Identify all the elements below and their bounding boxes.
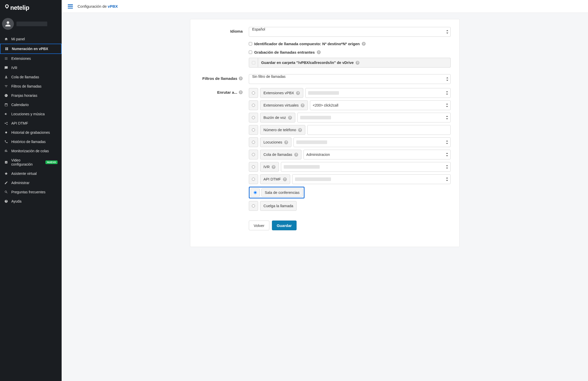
help-icon[interactable]: ? — [239, 90, 243, 94]
checkbox-input — [252, 61, 255, 64]
nav-api-dtmf[interactable]: API DTMF — [0, 119, 62, 128]
help-icon[interactable]: ? — [298, 128, 302, 132]
nav-ayuda[interactable]: Ayuda — [0, 197, 62, 206]
route-select-buzon[interactable] — [297, 113, 451, 122]
nav-monitorizacion-colas[interactable]: Monitorización de colas — [0, 146, 62, 156]
route-label: Sala de conferencias — [261, 188, 303, 197]
label-enrutar: Enrutar a...? — [199, 88, 243, 94]
nav-video-configuracion[interactable]: Video configuraciónNUEVO — [0, 156, 62, 169]
help-icon[interactable]: ? — [283, 177, 287, 181]
nav-locuciones-musica[interactable]: Locuciones y música — [0, 109, 62, 119]
route-radio[interactable] — [252, 204, 255, 207]
route-radio[interactable] — [252, 153, 255, 156]
idioma-select[interactable]: Español — [249, 27, 451, 37]
username-placeholder — [16, 22, 47, 26]
filtros-select[interactable]: Sin filtro de llamadas — [249, 74, 451, 84]
route-value: <200> click2call — [313, 103, 338, 107]
nav-label: Administrar — [11, 181, 30, 185]
chevron-updown-icon — [446, 116, 448, 119]
volume-icon — [4, 112, 8, 116]
list-icon — [4, 56, 8, 61]
route-select-ext-vpbx[interactable] — [305, 88, 451, 98]
route-select-cola[interactable]: Administracion — [304, 150, 451, 159]
route-label: Cola de llamadas? — [260, 150, 301, 159]
chevron-updown-icon — [446, 165, 448, 169]
help-icon[interactable]: ? — [317, 50, 321, 54]
route-radio[interactable] — [252, 178, 255, 181]
nav-label: Histórico de llamadas — [11, 140, 46, 144]
help-icon[interactable]: ? — [239, 77, 243, 80]
nav-administrar[interactable]: Administrar — [0, 178, 62, 187]
route-radio[interactable] — [252, 141, 255, 144]
sidebar: netelip Mi panel Numeración en vPBX Exte… — [0, 0, 62, 381]
brand-logo: netelip — [0, 0, 62, 14]
route-select-ivr[interactable] — [281, 162, 451, 172]
phone-icon — [4, 140, 8, 144]
route-sala-conferencias-highlighted: Sala de conferencias — [249, 187, 305, 198]
volver-button[interactable]: Volver — [249, 221, 269, 230]
route-radio[interactable] — [252, 116, 255, 119]
nav-label: Cola de llamadas — [11, 75, 39, 79]
help-icon[interactable]: ? — [301, 103, 305, 107]
checkbox-input[interactable] — [249, 51, 252, 54]
route-select-ext-virtuales[interactable]: <200> click2call — [310, 100, 451, 110]
route-radio[interactable] — [252, 165, 255, 168]
checkbox-input[interactable] — [249, 42, 252, 45]
route-select-locuciones[interactable] — [293, 137, 451, 147]
route-radio[interactable] — [254, 191, 257, 194]
nav-asistente-virtual[interactable]: Asistente virtual — [0, 169, 62, 178]
nav-ivr[interactable]: IVR — [0, 63, 62, 72]
route-ext-vpbx: Extensiones vPBX? — [249, 88, 451, 98]
route-radio[interactable] — [252, 91, 255, 94]
label-idioma: Idioma — [199, 27, 243, 33]
help-icon[interactable]: ? — [356, 61, 359, 65]
route-radio[interactable] — [252, 128, 255, 131]
value-placeholder — [296, 140, 327, 144]
route-ivr: IVR? — [249, 162, 451, 172]
nav-historial-grabaciones[interactable]: Historial de grabaciones — [0, 128, 62, 137]
help-icon[interactable]: ? — [288, 116, 292, 120]
help-icon[interactable]: ? — [294, 153, 298, 157]
nav-numeracion-vpbx[interactable]: Numeración en vPBX — [0, 44, 62, 54]
help-icon[interactable]: ? — [296, 91, 300, 95]
help-icon[interactable]: ? — [272, 165, 276, 169]
nav-preguntas-frecuentes[interactable]: Preguntas frecuentes — [0, 187, 62, 197]
nav-label: Video configuración — [11, 158, 43, 166]
hamburger-icon[interactable] — [68, 4, 73, 8]
avatar[interactable] — [2, 18, 14, 30]
checkbox-id-compuesto[interactable]: Identificador de llamada compuesto: Nº d… — [249, 41, 451, 47]
help-icon[interactable]: ? — [284, 140, 288, 144]
nav-label: IVR — [11, 66, 17, 70]
checkbox-grabacion[interactable]: Grabación de llamadas entrantes ? — [249, 49, 451, 55]
nav-label: Asistente virtual — [11, 172, 37, 176]
nav-mi-panel[interactable]: Mi panel — [0, 34, 62, 44]
guardar-carpeta-row: Guardar en carpeta "/vPBX/callrecords/in… — [249, 58, 451, 68]
user-icon — [4, 20, 12, 28]
edit-icon — [4, 181, 8, 185]
checkbox-addon[interactable] — [249, 58, 258, 68]
route-input-telefono[interactable] — [307, 125, 451, 135]
form-card: Idioma Español Identificador de llamada — [190, 19, 460, 247]
nav-filtros-llamadas[interactable]: Filtros de llamadas — [0, 82, 62, 91]
route-locuciones: Locuciones? — [249, 137, 451, 147]
bars-icon — [4, 149, 8, 153]
nav-label: Ayuda — [11, 199, 21, 203]
nav-historico-llamadas[interactable]: Histórico de llamadas — [0, 137, 62, 146]
route-select-api-dtmf[interactable] — [292, 174, 451, 184]
nav-extensiones[interactable]: Extensiones — [0, 54, 62, 63]
star-icon — [4, 172, 8, 176]
route-buzon: Buzón de voz? — [249, 113, 451, 122]
route-radio[interactable] — [252, 104, 255, 107]
nav-cola-llamadas[interactable]: Cola de llamadas — [0, 72, 62, 82]
pin-icon — [5, 4, 9, 11]
help-icon[interactable]: ? — [362, 42, 366, 46]
nav-label: Locuciones y música — [11, 112, 45, 116]
value-placeholder — [308, 91, 339, 95]
topbar: Configuración de vPBX — [62, 0, 588, 13]
title-prefix: Configuración de — [78, 4, 108, 8]
guardar-button[interactable]: Guardar — [272, 221, 297, 230]
chevron-updown-icon — [446, 91, 448, 95]
nav-calendario[interactable]: Calendario — [0, 100, 62, 109]
nav-franjas-horarias[interactable]: Franjas horarias — [0, 91, 62, 100]
clock-icon — [4, 93, 8, 98]
